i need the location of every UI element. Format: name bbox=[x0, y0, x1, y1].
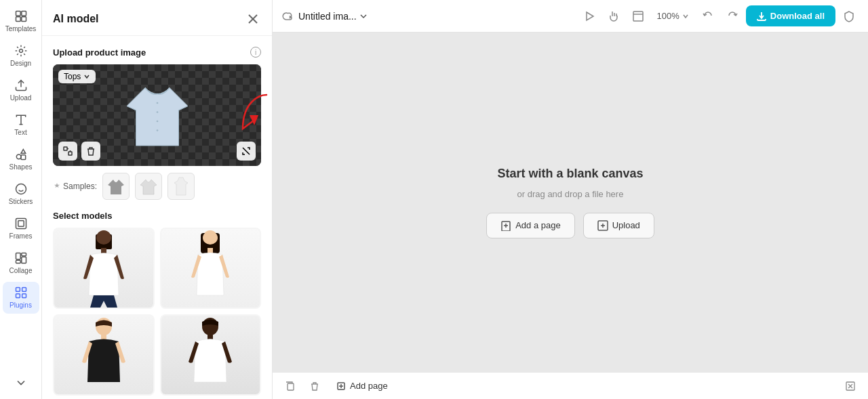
model-card-1[interactable] bbox=[53, 228, 155, 309]
sidebar-item-design-label: Design bbox=[10, 60, 31, 68]
tops-label: Tops bbox=[64, 72, 81, 81]
sample-dress-white[interactable] bbox=[167, 173, 195, 200]
svg-rect-22 bbox=[16, 294, 20, 298]
add-page-label: Add a page bbox=[515, 220, 561, 230]
upload-section-title: Upload product image bbox=[53, 47, 146, 58]
undo-button[interactable] bbox=[697, 5, 719, 27]
panel-content: Upload product image i Tops bbox=[42, 36, 272, 399]
svg-rect-15 bbox=[18, 221, 23, 226]
sidebar-item-templates[interactable]: Templates bbox=[3, 5, 39, 37]
svg-rect-17 bbox=[21, 253, 26, 256]
zoom-control[interactable]: 100% bbox=[652, 8, 694, 24]
sidebar-item-templates-label: Templates bbox=[5, 25, 37, 33]
resize-icon[interactable] bbox=[58, 142, 77, 161]
add-page-button[interactable]: Add a page bbox=[486, 213, 575, 238]
svg-rect-19 bbox=[16, 260, 20, 263]
sidebar-item-shapes[interactable]: Shapes bbox=[3, 144, 39, 175]
canvas-area: Start with a blank canvas or drag and dr… bbox=[273, 33, 868, 372]
sidebar-item-text[interactable]: Text bbox=[3, 109, 39, 141]
sidebar-item-upload-label: Upload bbox=[10, 94, 32, 102]
sample-shirt-gray[interactable] bbox=[102, 173, 130, 200]
top-bar-tools: 100% Download all bbox=[578, 5, 860, 27]
svg-point-8 bbox=[16, 154, 21, 159]
models-title: Select models bbox=[53, 211, 261, 221]
upload-area[interactable]: Tops bbox=[53, 64, 261, 166]
model-card-4[interactable] bbox=[160, 314, 262, 396]
zoom-value: 100% bbox=[657, 11, 679, 21]
sidebar-item-plugins-label: Plugins bbox=[9, 301, 32, 310]
svg-point-29 bbox=[156, 129, 158, 131]
svg-point-28 bbox=[156, 121, 158, 123]
svg-rect-1 bbox=[21, 12, 26, 16]
bottom-right-controls bbox=[841, 377, 860, 396]
doc-title: Untitled ima... bbox=[298, 11, 357, 22]
download-all-button[interactable]: Download all bbox=[746, 5, 835, 26]
svg-point-37 bbox=[96, 231, 111, 245]
models-grid bbox=[53, 228, 261, 396]
model-card-3[interactable] bbox=[53, 314, 155, 396]
zoom-chevron-icon bbox=[682, 13, 689, 20]
sidebar-item-frames[interactable]: Frames bbox=[3, 213, 39, 245]
download-all-label: Download all bbox=[770, 11, 825, 21]
sidebar-item-collage-label: Collage bbox=[9, 267, 33, 275]
play-button[interactable] bbox=[578, 5, 600, 27]
svg-rect-32 bbox=[64, 147, 67, 150]
sidebar-item-stickers[interactable]: Stickers bbox=[3, 178, 39, 210]
fit-button[interactable] bbox=[841, 377, 860, 396]
bottom-bar: Add page bbox=[273, 372, 868, 399]
delete-icon[interactable] bbox=[81, 142, 100, 161]
canvas-content: Start with a blank canvas or drag and dr… bbox=[486, 167, 654, 238]
tops-badge[interactable]: Tops bbox=[58, 70, 96, 83]
hand-tool-button[interactable] bbox=[603, 5, 625, 27]
sidebar-item-text-label: Text bbox=[14, 129, 26, 137]
shield-button[interactable] bbox=[838, 5, 860, 27]
download-icon bbox=[757, 12, 766, 21]
redo-button[interactable] bbox=[722, 5, 743, 27]
left-sidebar: Templates Design Upload Text Shapes Stic… bbox=[0, 0, 42, 399]
svg-rect-38 bbox=[101, 248, 106, 253]
main-area: Untitled ima... 100% bbox=[273, 0, 868, 399]
svg-rect-14 bbox=[16, 219, 26, 229]
add-page-bottom-icon bbox=[336, 381, 346, 391]
top-bar: Untitled ima... 100% bbox=[273, 0, 868, 33]
add-page-bottom-button[interactable]: Add page bbox=[330, 378, 395, 394]
sidebar-item-design[interactable]: Design bbox=[3, 40, 39, 72]
canvas-actions: Add a page Upload bbox=[486, 213, 654, 238]
svg-point-26 bbox=[156, 102, 158, 104]
svg-rect-0 bbox=[16, 12, 20, 16]
copy-page-button[interactable] bbox=[281, 377, 300, 396]
sample-shirt-white[interactable] bbox=[135, 173, 162, 200]
model-card-2[interactable] bbox=[160, 228, 262, 309]
delete-page-button[interactable] bbox=[305, 377, 324, 396]
svg-rect-3 bbox=[21, 17, 26, 22]
layout-button[interactable] bbox=[627, 5, 649, 27]
svg-rect-18 bbox=[21, 257, 26, 263]
samples-row: Samples: bbox=[53, 173, 261, 200]
upload-icon bbox=[597, 220, 608, 231]
info-icon[interactable]: i bbox=[250, 47, 261, 58]
svg-marker-47 bbox=[587, 12, 593, 20]
svg-rect-21 bbox=[22, 288, 26, 292]
upload-actions bbox=[58, 142, 100, 161]
svg-point-27 bbox=[156, 111, 158, 113]
add-page-icon bbox=[500, 220, 511, 231]
expand-icon[interactable] bbox=[237, 142, 256, 161]
samples-label: Samples: bbox=[53, 182, 97, 191]
upload-button[interactable]: Upload bbox=[583, 213, 654, 238]
sidebar-more-button[interactable] bbox=[3, 372, 39, 394]
svg-rect-46 bbox=[208, 334, 213, 339]
svg-point-4 bbox=[19, 49, 22, 53]
canvas-subtitle: or drag and drop a file here bbox=[517, 189, 624, 199]
sidebar-item-frames-label: Frames bbox=[9, 232, 33, 240]
svg-rect-16 bbox=[16, 253, 20, 259]
sidebar-item-plugins[interactable]: Plugins bbox=[3, 282, 39, 314]
svg-point-41 bbox=[203, 231, 218, 245]
svg-rect-2 bbox=[16, 17, 20, 22]
close-button[interactable] bbox=[245, 11, 261, 27]
upload-label: Upload bbox=[612, 220, 640, 230]
doc-title-chevron bbox=[359, 12, 368, 20]
sidebar-item-upload[interactable]: Upload bbox=[3, 75, 39, 106]
doc-title-row[interactable]: Untitled ima... bbox=[298, 11, 368, 22]
sidebar-item-shapes-label: Shapes bbox=[9, 163, 33, 171]
sidebar-item-collage[interactable]: Collage bbox=[3, 247, 39, 279]
